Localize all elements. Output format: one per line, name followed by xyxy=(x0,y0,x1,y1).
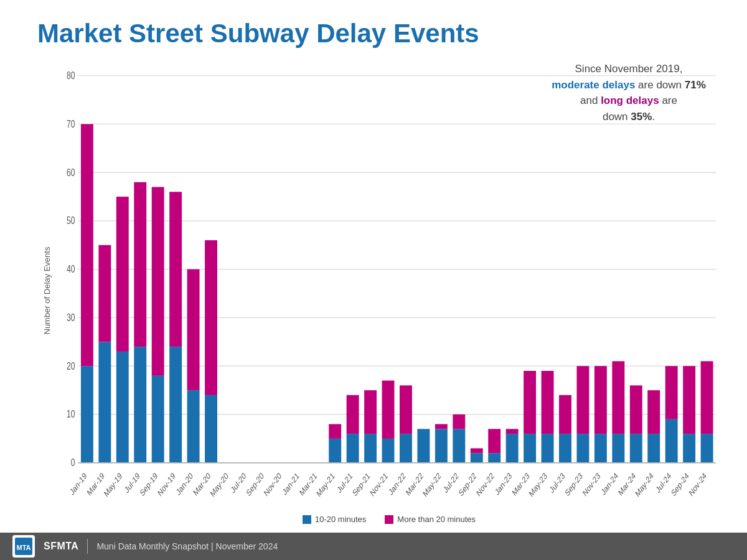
svg-text:40: 40 xyxy=(67,263,75,274)
svg-text:Mar-24: Mar-24 xyxy=(617,471,637,498)
annotation-moderate-label: moderate delays xyxy=(552,79,635,91)
svg-rect-65 xyxy=(435,429,448,462)
svg-rect-92 xyxy=(594,434,607,463)
bar-chart: 01020304050607080Jan-19Mar-19May-19Jul-1… xyxy=(56,67,722,510)
svg-text:30: 30 xyxy=(67,312,75,323)
svg-rect-66 xyxy=(435,424,448,429)
svg-text:70: 70 xyxy=(67,118,75,129)
svg-text:Jan-24: Jan-24 xyxy=(600,471,619,497)
legend-area: 10-20 minutes More than 20 minutes xyxy=(56,510,722,526)
svg-text:60: 60 xyxy=(67,167,75,178)
svg-text:Jan-23: Jan-23 xyxy=(494,471,513,497)
svg-rect-31 xyxy=(152,187,164,376)
y-axis-label: Number of Delay Events xyxy=(42,247,52,334)
svg-rect-48 xyxy=(329,439,341,463)
svg-rect-40 xyxy=(205,240,217,395)
svg-rect-101 xyxy=(647,434,660,463)
annotation-moderate-pct: 71% xyxy=(685,79,706,91)
svg-rect-98 xyxy=(630,434,642,463)
svg-text:0: 0 xyxy=(71,457,75,469)
svg-text:Nov-24: Nov-24 xyxy=(688,471,708,498)
annotation-line1: Since November 2019, xyxy=(575,63,683,75)
svg-rect-84 xyxy=(542,371,554,434)
svg-text:May-24: May-24 xyxy=(634,471,655,499)
svg-rect-111 xyxy=(701,361,713,434)
svg-rect-86 xyxy=(559,434,571,463)
svg-rect-57 xyxy=(382,439,395,463)
svg-text:Nov-19: Nov-19 xyxy=(156,471,177,498)
svg-rect-96 xyxy=(612,361,624,434)
y-axis-label-container: Number of Delay Events xyxy=(37,55,56,526)
svg-text:Nov-22: Nov-22 xyxy=(475,471,496,498)
svg-text:Sep-20: Sep-20 xyxy=(245,471,265,498)
svg-rect-87 xyxy=(559,395,571,434)
svg-text:Mar-22: Mar-22 xyxy=(405,471,425,498)
svg-text:May-23: May-23 xyxy=(528,471,549,499)
svg-rect-83 xyxy=(542,434,554,463)
svg-text:Nov-23: Nov-23 xyxy=(581,471,602,498)
svg-text:MTA: MTA xyxy=(16,544,31,551)
annotation-line4: are xyxy=(659,95,677,106)
footer-org-label: SFMTA xyxy=(44,541,78,552)
main-container: Market Street Subway Delay Events Number… xyxy=(0,0,747,560)
svg-rect-60 xyxy=(400,434,412,463)
sfmta-logo-svg: MTA xyxy=(15,538,32,555)
svg-rect-51 xyxy=(347,434,359,463)
annotation-line5: . xyxy=(652,111,655,123)
svg-rect-27 xyxy=(134,347,146,463)
svg-rect-81 xyxy=(524,371,536,434)
svg-text:Sep-21: Sep-21 xyxy=(351,471,372,498)
svg-rect-90 xyxy=(576,366,589,434)
svg-text:10: 10 xyxy=(67,409,75,420)
svg-text:May-22: May-22 xyxy=(421,471,443,499)
svg-rect-75 xyxy=(488,429,500,453)
svg-rect-110 xyxy=(701,434,713,463)
svg-rect-105 xyxy=(665,366,678,419)
svg-text:Sep-24: Sep-24 xyxy=(670,471,690,498)
svg-text:May-19: May-19 xyxy=(103,471,124,499)
svg-rect-61 xyxy=(400,385,412,434)
svg-text:Mar-19: Mar-19 xyxy=(86,471,106,498)
svg-rect-49 xyxy=(329,424,341,439)
legend-long-swatch xyxy=(385,515,393,524)
svg-rect-107 xyxy=(683,434,695,463)
svg-text:50: 50 xyxy=(67,215,75,226)
svg-rect-25 xyxy=(116,197,129,352)
svg-text:Mar-20: Mar-20 xyxy=(192,471,212,498)
svg-rect-39 xyxy=(205,395,217,463)
svg-text:Nov-21: Nov-21 xyxy=(369,471,390,498)
svg-text:Jan-22: Jan-22 xyxy=(387,471,406,497)
svg-rect-69 xyxy=(453,414,465,429)
svg-text:Jan-19: Jan-19 xyxy=(68,471,88,497)
svg-text:Nov-20: Nov-20 xyxy=(263,471,283,498)
svg-text:May-21: May-21 xyxy=(315,471,336,499)
page-title: Market Street Subway Delay Events xyxy=(37,19,710,49)
svg-rect-89 xyxy=(576,434,589,463)
legend-moderate-swatch xyxy=(303,515,311,524)
svg-text:Sep-22: Sep-22 xyxy=(458,471,478,498)
svg-rect-58 xyxy=(382,381,395,439)
legend-long: More than 20 minutes xyxy=(385,515,476,524)
legend-moderate: 10-20 minutes xyxy=(303,515,366,524)
svg-text:Jan-20: Jan-20 xyxy=(175,471,194,497)
svg-rect-52 xyxy=(347,395,359,434)
svg-rect-28 xyxy=(134,182,146,347)
svg-rect-63 xyxy=(417,429,430,462)
annotation-line3: and xyxy=(580,95,601,106)
svg-text:20: 20 xyxy=(67,360,75,371)
svg-text:Mar-21: Mar-21 xyxy=(298,471,318,498)
svg-rect-78 xyxy=(506,429,519,434)
svg-rect-102 xyxy=(647,390,660,434)
svg-rect-108 xyxy=(683,366,695,434)
svg-text:80: 80 xyxy=(67,70,75,81)
legend-long-label: More than 20 minutes xyxy=(397,515,476,524)
annotation-box: Since November 2019, moderate delays are… xyxy=(542,61,716,124)
svg-rect-74 xyxy=(488,453,500,463)
svg-rect-33 xyxy=(169,347,182,463)
footer-snapshot-text: Muni Data Monthly Snapshot | November 20… xyxy=(96,541,278,551)
svg-rect-19 xyxy=(81,124,93,366)
annotation-long-pct: 35% xyxy=(631,111,652,123)
legend-moderate-label: 10-20 minutes xyxy=(315,515,366,524)
svg-text:Mar-23: Mar-23 xyxy=(511,471,531,498)
footer: MTA SFMTA Muni Data Monthly Snapshot | N… xyxy=(0,533,747,560)
